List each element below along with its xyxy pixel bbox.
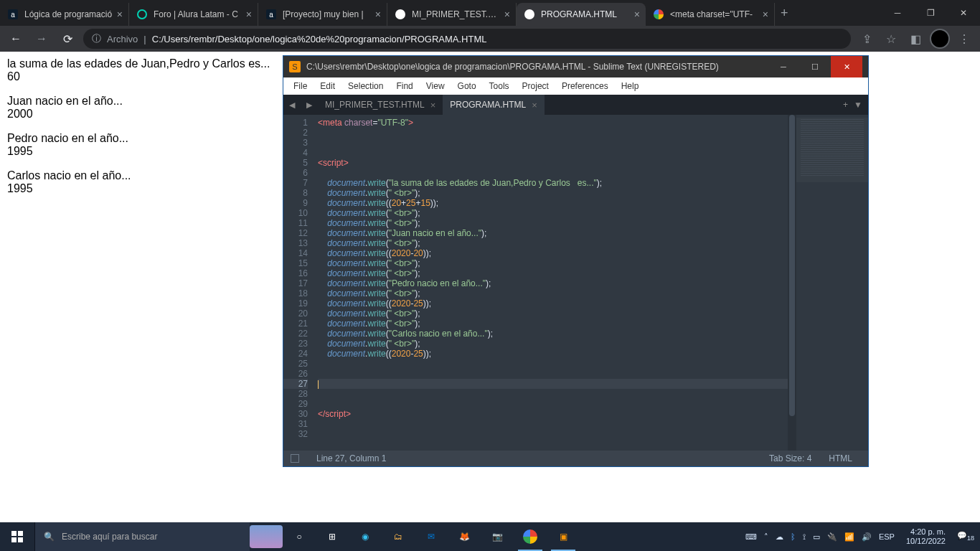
browser-tab[interactable]: aLógica de programació× [0,3,129,26]
back-button[interactable]: ← [6,29,26,49]
sublime-tab[interactable]: MI_PRIMER_TEST.HTML× [318,95,443,115]
menu-file[interactable]: File [288,80,313,93]
sublime-tab-close-icon[interactable]: × [532,100,537,110]
menu-edit[interactable]: Edit [314,80,341,93]
maximize-button[interactable]: ❐ [914,0,947,26]
edge-icon[interactable]: ◉ [349,522,382,551]
code-line[interactable]: document.write(" <br>"); [318,268,796,278]
status-syntax[interactable]: HTML [820,453,861,463]
tab-close-icon[interactable]: × [246,9,252,20]
site-info-icon[interactable]: ⓘ [92,32,101,45]
chrome-icon[interactable] [514,522,547,551]
tab-next-icon[interactable]: ▶ [301,100,318,110]
bookmark-icon[interactable]: ☆ [881,29,901,49]
menu-selection[interactable]: Selection [342,80,389,93]
code-line[interactable]: document.write(" <br>"); [318,218,796,228]
code-line[interactable]: <script> [318,158,796,168]
code-line[interactable]: document.write(" <br>"); [318,188,796,198]
chrome-menu-icon[interactable]: ⋮ [954,29,974,49]
new-tab-button[interactable]: + [775,6,794,21]
tab-prev-icon[interactable]: ◀ [283,100,301,110]
forward-button[interactable]: → [32,29,52,49]
browser-tab[interactable]: <meta charset="UTF-× [646,3,775,26]
sublime-titlebar[interactable]: S C:\Users\rembr\Desktop\one\logica de p… [283,56,868,77]
code-line[interactable]: document.write((2020-25)); [318,298,796,309]
code-line[interactable]: document.write(" <br>"); [318,309,796,319]
code-line[interactable] [318,369,796,379]
menu-project[interactable]: Project [517,80,555,93]
sublime-taskbar-icon[interactable]: ▣ [547,522,580,551]
tab-close-icon[interactable]: × [504,9,510,20]
browser-tab[interactable]: MI_PRIMER_TEST.HTM× [387,3,517,26]
minimize-button[interactable]: ─ [881,0,914,26]
power-icon[interactable]: 🔌 [827,532,837,542]
code-line[interactable] [318,379,796,389]
tab-close-icon[interactable]: × [634,9,640,20]
notifications-icon[interactable]: 💬18 [957,531,974,542]
menu-goto[interactable]: Goto [452,80,482,93]
code-line[interactable] [318,138,796,148]
tab-close-icon[interactable]: × [375,9,381,20]
code-line[interactable] [318,168,796,178]
sublime-tab[interactable]: PROGRAMA.HTML× [443,95,545,115]
code-line[interactable]: document.write("la suma de las edades de… [318,178,796,188]
tab-add-icon[interactable]: + [843,100,848,110]
mail-icon[interactable]: ✉ [415,522,448,551]
code-line[interactable]: </script> [318,409,796,419]
tab-dropdown-icon[interactable]: ▼ [854,100,862,110]
bluetooth-icon[interactable]: ᛒ [791,532,796,541]
onedrive-icon[interactable]: ☁ [776,532,783,542]
code-line[interactable] [318,389,796,399]
code-line[interactable] [318,399,796,409]
volume-icon[interactable]: 🔊 [862,532,872,542]
code-line[interactable]: document.write("Juan nacio en el año..."… [318,228,796,238]
code-line[interactable]: document.write((2020-25)); [318,349,796,359]
explorer-icon[interactable]: 🗂 [382,522,415,551]
code-line[interactable]: document.write("Pedro nacio en el año...… [318,278,796,288]
minimap[interactable] [796,115,868,451]
code-line[interactable]: document.write(" <br>"); [318,258,796,268]
task-view-icon[interactable]: ⊞ [316,522,349,551]
side-panel-icon[interactable]: ◧ [905,29,925,49]
code-line[interactable]: document.write(" <br>"); [318,288,796,298]
menu-preferences[interactable]: Preferences [556,80,614,93]
code-line[interactable]: <meta charset="UTF-8"> [318,118,796,128]
status-panel-icon[interactable] [291,454,299,463]
touch-keyboard-icon[interactable]: ⌨ [745,532,757,542]
code-line[interactable] [318,419,796,429]
menu-tools[interactable]: Tools [484,80,515,93]
status-position[interactable]: Line 27, Column 1 [308,453,395,463]
status-tabsize[interactable]: Tab Size: 4 [760,453,820,463]
code-line[interactable]: document.write(" <br>"); [318,319,796,329]
close-button[interactable]: ✕ [947,0,980,26]
sublime-tab-close-icon[interactable]: × [430,100,436,110]
menu-view[interactable]: View [420,80,451,93]
location-icon[interactable]: ⟟ [803,532,806,542]
sublime-close[interactable]: ✕ [831,56,862,77]
code-line[interactable]: document.write(" <br>"); [318,238,796,248]
cortana-icon[interactable]: ○ [283,522,316,551]
sublime-maximize[interactable]: ☐ [799,56,831,77]
tray-chevron-icon[interactable]: ˄ [764,532,768,542]
code-line[interactable] [318,429,796,439]
browser-tab[interactable]: Foro | Alura Latam - C× [129,3,258,26]
code-line[interactable]: document.write((2020-20)); [318,248,796,258]
firefox-icon[interactable]: 🦊 [448,522,481,551]
taskbar-clock[interactable]: 4:20 p. m. 10/12/2022 [902,527,950,546]
editor-scrollbar[interactable] [788,115,796,451]
code-line[interactable]: document.write((20+25+15)); [318,198,796,208]
reload-button[interactable]: ⟳ [57,29,77,49]
code-line[interactable]: document.write(" <br>"); [318,339,796,349]
menu-help[interactable]: Help [616,80,645,93]
ime-label[interactable]: ESP [879,532,895,541]
start-button[interactable] [0,522,34,551]
taskbar-search[interactable]: 🔍 Escribe aquí para buscar [34,522,250,551]
browser-tab[interactable]: PROGRAMA.HTML× [517,3,646,26]
browser-tab[interactable]: a[Proyecto] muy bien |× [258,3,387,26]
sublime-minimize[interactable]: ─ [768,56,799,77]
profile-avatar[interactable] [930,29,950,49]
address-bar[interactable]: ⓘ Archivo | C:/Users/rembr/Desktop/one/l… [83,29,851,49]
menu-find[interactable]: Find [390,80,418,93]
share-icon[interactable]: ⇪ [857,29,877,49]
tab-close-icon[interactable]: × [117,9,123,20]
